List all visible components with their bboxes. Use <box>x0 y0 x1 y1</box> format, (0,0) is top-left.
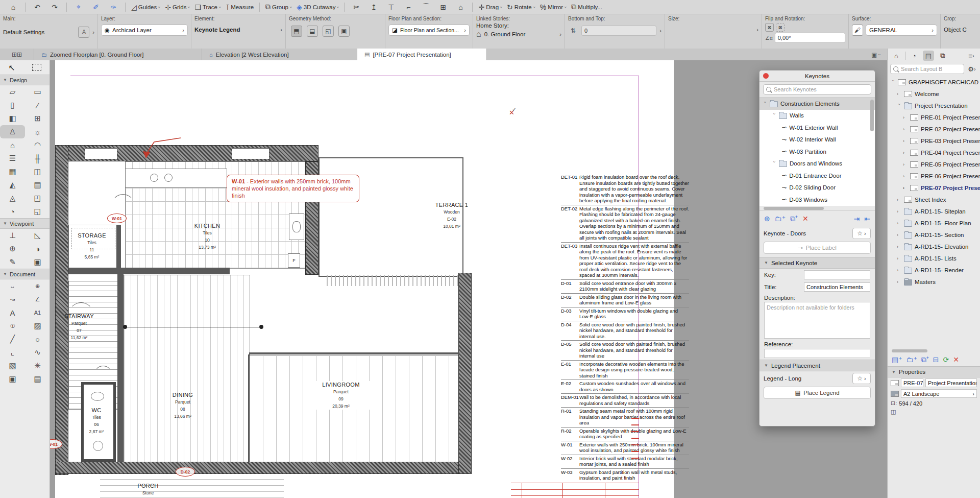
expand-icon[interactable]: › <box>903 174 908 179</box>
column-tool[interactable]: ▯ <box>0 99 25 112</box>
flip-checkbox[interactable]: ⊠ <box>765 23 774 32</box>
tree-item-sheet-index[interactable]: › Sheet Index <box>888 194 980 205</box>
tree-item-welcome[interactable]: › Welcome <box>888 88 980 100</box>
keynote-item-w01[interactable]: ⊸ W-01 Exterior Wall <box>760 122 875 134</box>
tab-elevation[interactable]: ⌂ Elevation [2 West Elevation] <box>202 49 357 60</box>
shell-tool[interactable]: ◠ <box>25 138 50 152</box>
chevron-right-icon[interactable]: › <box>280 27 282 33</box>
tree-item-siteplan[interactable]: › A-RD1-15- Siteplan <box>888 205 980 217</box>
expand-icon[interactable]: › <box>903 150 908 155</box>
geometry-method-2-icon[interactable]: ⬓ <box>307 26 318 37</box>
element-value[interactable]: Keynote Legend <box>194 27 280 33</box>
tab-bar-options-button[interactable]: ▣ › <box>864 49 887 60</box>
spline-tool[interactable]: ∿ <box>25 346 50 359</box>
navigator-menu-icon[interactable]: ≡› <box>966 51 977 61</box>
paintbrush-icon[interactable]: 🖌 <box>852 25 863 36</box>
label-tool[interactable]: A1 <box>25 306 50 319</box>
expand-icon[interactable]: › <box>897 103 902 108</box>
horizontal-scrollbar[interactable] <box>760 206 875 210</box>
expand-icon[interactable]: › <box>772 113 777 118</box>
elevation-tool[interactable]: ◺ <box>25 229 50 242</box>
multiply-button[interactable]: ⧉Multiply... <box>569 2 604 13</box>
expand-icon[interactable]: › <box>897 221 901 226</box>
surface-field[interactable]: GENERAL› <box>866 25 937 36</box>
view-map-icon[interactable]: ◔ <box>909 51 920 61</box>
hatch-tool[interactable]: ▧ <box>0 359 25 372</box>
new-master-icon[interactable]: ⧉⁺ <box>921 355 929 364</box>
section-tool[interactable]: ⊥ <box>0 229 25 242</box>
layout-name-field[interactable]: Project Presentation <box>925 378 977 387</box>
adjust-button[interactable]: ↥ <box>365 2 382 13</box>
master-select[interactable]: A2 Landscape› <box>901 389 977 398</box>
floorplan-section-button[interactable]: ◪ Floor Plan and Section... › <box>388 25 470 36</box>
geometry-method-4-icon[interactable]: ▣ <box>338 26 350 37</box>
mesh-tool[interactable]: ◭ <box>0 178 25 192</box>
beam-tool[interactable]: ∕ <box>25 99 50 112</box>
tree-item-pre-03[interactable]: › PRE-03 Project Presentation <box>888 135 980 147</box>
update-icon[interactable]: ⟳ <box>943 355 949 364</box>
navigator-horizontal-scrollbar[interactable] <box>888 348 980 353</box>
keynote-callout[interactable]: W-01 - Exterior walls with 250mm brick, … <box>227 175 359 202</box>
chevron-right-icon[interactable]: › <box>559 31 561 37</box>
rotate-button[interactable]: ↻Rotate› <box>505 2 537 13</box>
chevron-right-icon[interactable]: › <box>756 27 758 33</box>
skylight-tool[interactable]: ◫ <box>25 165 50 178</box>
add-folder-icon[interactable]: 🗀⁺ <box>775 215 786 223</box>
marquee-tool[interactable] <box>32 64 41 71</box>
morph-tool[interactable]: ◬ <box>0 192 25 205</box>
slab-tool[interactable]: ▭ <box>25 85 50 99</box>
expand-icon[interactable]: › <box>897 197 901 202</box>
add-keynote-icon[interactable]: ⊕ <box>764 215 770 223</box>
polyline-tool[interactable]: ⌞ <box>0 346 25 359</box>
inject-parameters-icon[interactable]: ✑ <box>105 2 121 13</box>
tree-item-render[interactable]: › A-RD1-15- Render <box>888 264 980 276</box>
gear-icon[interactable]: ⚙› <box>966 64 977 74</box>
group-button[interactable]: ⧉Group› <box>263 2 293 13</box>
hotspot-tool[interactable]: ✳ <box>25 359 50 372</box>
close-icon[interactable] <box>763 73 769 79</box>
rotation-angle-input[interactable]: 0,00° <box>775 33 845 43</box>
eyedropper-icon[interactable]: ✐ <box>88 2 104 13</box>
worksheet-tool[interactable]: ✎ <box>0 255 25 269</box>
stretch-button[interactable]: ⊞ <box>435 2 451 13</box>
level-dimension-tool[interactable]: ⊕ <box>25 279 50 293</box>
drag-button[interactable]: ✛Drag› <box>476 2 504 13</box>
toolbox-section-document[interactable]: ▼ Document <box>0 269 50 279</box>
title-input[interactable]: Construction Elements <box>804 282 870 292</box>
bottom-offset-input[interactable]: 0 <box>581 26 656 36</box>
arrow-tool[interactable]: ↖ <box>8 61 15 74</box>
expand-icon[interactable]: › <box>903 185 908 191</box>
place-legend-button[interactable]: ▤ Place Legend <box>764 387 871 399</box>
keynote-marker-d02[interactable]: D-02 <box>176 467 195 477</box>
keynote-item-w02[interactable]: ⊸ W-02 Interior Wall <box>760 134 875 146</box>
tree-item-elevation[interactable]: › A-RD1-15- Elevation <box>888 241 980 252</box>
figure-tool[interactable]: ▣ <box>0 372 25 386</box>
line-tool[interactable]: ╱ <box>0 333 25 346</box>
expand-icon[interactable]: › <box>891 80 896 84</box>
expand-icon[interactable]: › <box>772 161 777 166</box>
tree-item-pre-05[interactable]: › PRE-05 Project Presentation <box>888 158 980 170</box>
expand-icon[interactable]: › <box>897 279 901 284</box>
publisher-icon[interactable]: ⧉ <box>937 51 948 61</box>
3d-cutaway-button[interactable]: ◈3D Cutaway› <box>295 2 340 13</box>
radial-dimension-tool[interactable]: ↝ <box>0 293 25 306</box>
tree-item-lists[interactable]: › A-RD1-15- Lists <box>888 252 980 264</box>
home-button[interactable]: ⌂ <box>5 2 21 13</box>
expand-icon[interactable]: › <box>903 138 908 144</box>
align-button[interactable]: ⊤ <box>383 2 399 13</box>
keynote-legend-table[interactable]: DET-01Rigid foam insulation board over t… <box>561 174 689 482</box>
expand-icon[interactable]: › <box>897 244 901 249</box>
settings-icon[interactable]: ⊟ <box>933 355 939 364</box>
zone-tool[interactable]: ▤ <box>25 178 50 192</box>
lamp-tool[interactable]: ☼ <box>25 125 50 138</box>
tree-item-pre-02[interactable]: › PRE-02 Project Presentation <box>888 123 980 135</box>
intersect-button[interactable]: ⌐ <box>400 2 416 13</box>
keynote-folder-construction-elements[interactable]: › Construction Elements <box>760 98 875 110</box>
expand-icon[interactable]: › <box>897 268 901 273</box>
panel-tool[interactable]: ◰ <box>25 192 50 205</box>
freeform-tool[interactable]: ◔ <box>0 205 25 218</box>
layout-book-icon[interactable]: ▤ <box>923 51 934 61</box>
geometry-method-3-icon[interactable]: ◱ <box>323 26 334 37</box>
delete-icon[interactable]: ✕ <box>953 355 959 364</box>
trace-button[interactable]: ❏Trace› <box>192 2 223 13</box>
